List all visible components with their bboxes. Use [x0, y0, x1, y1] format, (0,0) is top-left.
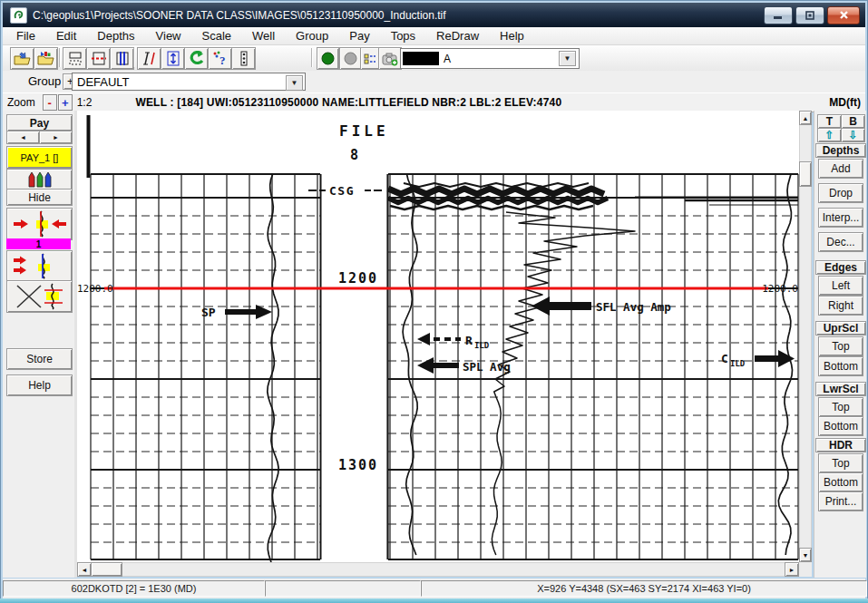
layer-combo[interactable]: A ▼ [400, 48, 580, 69]
menu-bar: File Edit Depths View Scale Well Group P… [3, 27, 865, 45]
menu-group[interactable]: Group [293, 28, 331, 44]
skew-lines-icon[interactable] [137, 47, 161, 70]
hide-button[interactable]: Hide [6, 189, 73, 206]
section-header-hdr: HDR [815, 438, 866, 452]
vertical-scrollbar-thumb[interactable] [799, 161, 812, 187]
menu-pay[interactable]: Pay [346, 28, 372, 44]
section-header-uprscl: UprScl [815, 321, 866, 336]
dotted-bar-icon[interactable] [231, 47, 256, 70]
pay-item-button[interactable]: PAY_1 [] [6, 146, 73, 169]
layer-color-swatch [403, 52, 439, 65]
menu-edit[interactable]: Edit [54, 28, 79, 44]
scrollbar-corner [799, 562, 812, 577]
window-bottom-edge [0, 598, 868, 603]
uprscl-bottom-button[interactable]: Bottom [818, 356, 863, 376]
delete-depth-icon[interactable] [6, 280, 73, 313]
spl-arrow-icon [417, 357, 459, 374]
pay-prev-button[interactable]: ◄ [6, 131, 40, 144]
rect-blue-bars-icon[interactable] [110, 47, 134, 70]
help-sparkle-icon[interactable]: ? [208, 47, 232, 70]
green-circle-icon[interactable] [317, 47, 339, 70]
fit-height-icon[interactable] [161, 47, 185, 70]
help-button[interactable]: Help [6, 374, 73, 396]
pay-next-button[interactable]: ► [39, 131, 73, 144]
hdr-top-button[interactable]: Top [818, 453, 863, 473]
menu-redraw[interactable]: ReDraw [434, 28, 482, 44]
layer-combo-arrow-icon[interactable]: ▼ [559, 51, 576, 66]
store-button[interactable]: Store [6, 348, 73, 370]
menu-well[interactable]: Well [249, 28, 278, 44]
depth-1300-label: 1300 [338, 457, 378, 473]
status-bar: 602DKOTD [2] = 1E30 (MD) X=926 Y=4348 (S… [3, 579, 865, 598]
menu-file[interactable]: File [14, 28, 38, 44]
scroll-down-icon[interactable]: ▼ [799, 548, 812, 562]
edges-left-button[interactable]: Left [818, 276, 863, 296]
group-combo[interactable]: DEFAULT ▼ [72, 73, 306, 91]
scroll-right-icon[interactable]: ► [785, 562, 799, 577]
restore-button[interactable] [795, 6, 824, 24]
scroll-up-icon[interactable]: ▲ [799, 111, 812, 125]
edges-right-button[interactable]: Right [818, 296, 863, 316]
menu-depths[interactable]: Depths [94, 28, 137, 44]
gray-circle-icon[interactable] [339, 47, 362, 70]
red-line-label-left: 1200.0 [77, 283, 113, 295]
zoom-in-button[interactable]: + [58, 94, 73, 111]
hdr-bottom-button[interactable]: Bottom [818, 472, 863, 492]
scroll-top-icon[interactable]: ⇧ [817, 128, 842, 142]
crayons-icon[interactable] [6, 169, 73, 190]
depth-1200-label: 1200 [338, 270, 378, 287]
top-button[interactable]: T [817, 114, 842, 129]
title-bar[interactable]: C:\geoplus1\Projects\SOONER DATA CLASS\I… [3, 3, 865, 27]
horizontal-scrollbar-thumb[interactable] [91, 562, 122, 577]
red-line-label-right: 1200.0 [762, 283, 798, 295]
depths-add-button[interactable]: Add [818, 159, 863, 179]
depths-interp-button[interactable]: Interp... [818, 208, 863, 228]
vertical-scrollbar[interactable]: ▲ ▼ [799, 111, 812, 562]
sfl-arrow-icon [532, 297, 591, 316]
menu-scale[interactable]: Scale [200, 28, 235, 44]
camera-plus-icon[interactable] [378, 47, 402, 70]
layer-number-strip[interactable]: 1 [6, 238, 71, 249]
depths-dec-button[interactable]: Dec... [818, 232, 863, 252]
undo-arrow-icon[interactable] [184, 47, 209, 70]
open-folder-icon[interactable] [10, 47, 34, 70]
pay-button[interactable]: Pay [6, 114, 73, 131]
uprscl-top-button[interactable]: Top [818, 336, 863, 356]
zoom-out-button[interactable]: - [43, 94, 57, 111]
menu-help[interactable]: Help [497, 28, 527, 44]
horizontal-scrollbar[interactable]: ◄ ► [77, 562, 799, 577]
log-canvas[interactable]: FILE 8 CSG 1200 1300 1200.0 1200.0 SP SF… [77, 111, 799, 562]
rect-dashed-icon[interactable] [63, 47, 87, 70]
rild-arrow-icon [417, 333, 430, 345]
svg-text:?: ? [219, 53, 226, 66]
units-label: MD(ft) [829, 96, 861, 109]
section-header-depths: Depths [815, 143, 866, 158]
menu-view[interactable]: View [153, 28, 184, 44]
menu-tops[interactable]: Tops [388, 28, 418, 44]
info-bar: Zoom - + 1:2 WELL : [184] UWI:0512311095… [3, 92, 865, 112]
status-curve-value: 602DKOTD [2] = 1E30 (MD) [3, 580, 265, 597]
spl-label: SPL Avg [463, 360, 511, 374]
folder-chart-icon[interactable] [34, 47, 58, 70]
cild-label-main: C [721, 352, 728, 365]
shift-depth-icon[interactable] [6, 250, 73, 282]
depths-drop-button[interactable]: Drop [818, 183, 863, 203]
lwrscl-top-button[interactable]: Top [818, 397, 863, 417]
pick-depth-icon[interactable] [6, 208, 73, 240]
scroll-bottom-icon[interactable]: ⇩ [841, 128, 865, 142]
scroll-left-icon[interactable]: ◄ [77, 562, 92, 577]
group-combo-value: DEFAULT [77, 75, 130, 89]
group-bar: Group + DEFAULT ▼ [3, 71, 865, 93]
minimize-button[interactable] [764, 6, 793, 24]
rect-red-line-icon[interactable] [86, 47, 111, 70]
status-spacer [265, 580, 421, 597]
zoom-label: Zoom [7, 96, 35, 109]
sfl-label: SFL Avg Amp [596, 300, 671, 314]
lwrscl-bottom-button[interactable]: Bottom [818, 416, 863, 436]
hdr-print-button[interactable]: Print... [818, 491, 863, 511]
close-button[interactable] [827, 6, 860, 24]
group-combo-arrow-icon[interactable]: ▼ [286, 75, 303, 91]
bottom-button[interactable]: B [841, 114, 865, 129]
pay-panel: Pay ◄ ► PAY_1 [] Hide 1 Store Help [3, 111, 75, 578]
rild-label-main: R [465, 334, 473, 347]
